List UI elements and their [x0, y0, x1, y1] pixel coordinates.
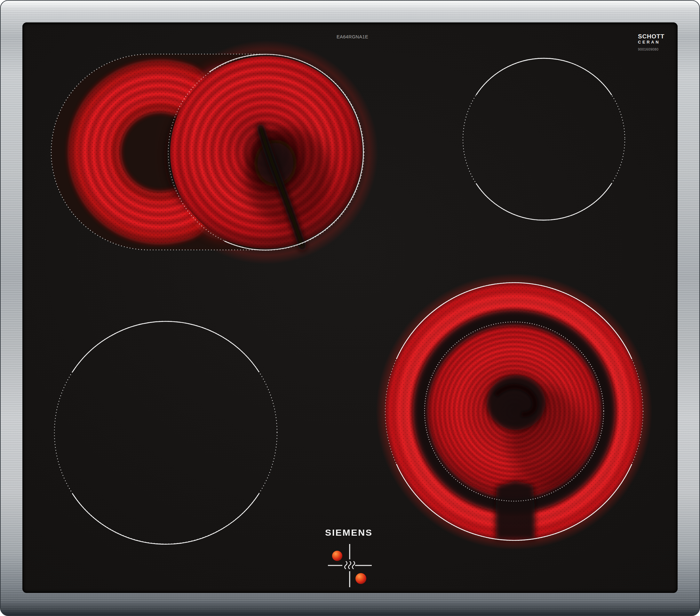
cooktop-product-image: EA64RGNA1E SCHOTT CERAN 9001609080 SIEME… — [0, 0, 700, 616]
zone-front-right-active — [376, 273, 652, 550]
heat-wave-1 — [345, 561, 347, 569]
zone-dotted-outline — [463, 58, 625, 220]
heat-wave-3 — [352, 561, 355, 569]
cooking-zones-graphic — [22, 22, 678, 593]
zone-solid-arc-bottom — [476, 183, 612, 220]
zone-back-right-inactive — [463, 58, 625, 220]
schott-ceran-logo: SCHOTT CERAN 9001609080 — [638, 33, 664, 51]
zone-solid-arc-bottom — [72, 493, 259, 544]
glass-serial-number: 9001609080 — [638, 48, 664, 51]
hot-dot-left — [332, 551, 342, 561]
outer-ring-dark-channel — [495, 481, 535, 540]
schott-logo-line1: SCHOTT — [638, 33, 664, 39]
hot-dot-right — [355, 573, 366, 584]
residual-heat-indicator — [328, 544, 372, 587]
frame-bottom-edge-shadow — [1, 601, 699, 615]
zone-dotted-outline — [54, 321, 277, 544]
heat-wave-2 — [348, 561, 351, 569]
schott-logo-line2: CERAN — [638, 40, 664, 44]
zone-front-left-inactive — [54, 321, 277, 544]
zone-solid-arc-top — [476, 58, 612, 95]
model-number-print: EA64RGNA1E — [337, 34, 368, 39]
siemens-brand-logo: SIEMENS — [325, 528, 373, 538]
zone-back-left-active — [51, 40, 378, 264]
frame-top-highlight — [1, 1, 699, 9]
zone-solid-arc-top — [72, 321, 259, 372]
heat-waves-icon — [345, 561, 355, 569]
